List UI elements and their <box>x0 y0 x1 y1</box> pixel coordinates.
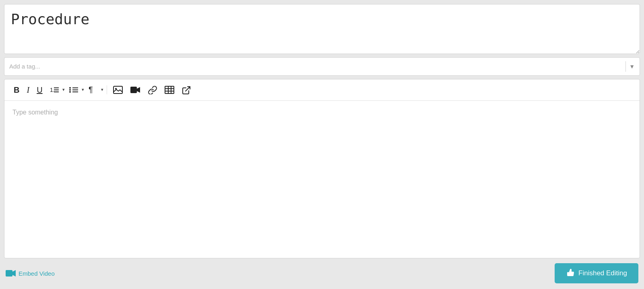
toolbar-separator-1 <box>107 85 107 94</box>
svg-marker-22 <box>12 270 16 277</box>
svg-text:¶: ¶ <box>89 86 93 94</box>
finished-editing-label: Finished Editing <box>578 269 627 277</box>
svg-text:1.: 1. <box>50 87 55 93</box>
thumbs-up-icon <box>566 269 575 278</box>
table-icon <box>165 85 174 94</box>
paragraph-button[interactable]: ¶ <box>86 84 100 96</box>
bottom-bar: Embed Video Finished Editing <box>4 258 640 285</box>
external-link-button[interactable] <box>179 83 194 96</box>
svg-rect-11 <box>114 86 122 94</box>
svg-line-20 <box>186 87 190 91</box>
image-button[interactable] <box>110 83 126 96</box>
ordered-list-button[interactable]: 1. <box>47 84 62 96</box>
external-link-icon <box>182 85 191 94</box>
editor-container: B I U 1. ▾ <box>4 79 640 258</box>
unordered-list-icon <box>69 86 78 94</box>
paragraph-dropdown-icon[interactable]: ▾ <box>101 87 103 92</box>
tag-input[interactable] <box>9 63 625 70</box>
tag-row: ▼ <box>4 57 640 76</box>
editor-toolbar: B I U 1. ▾ <box>4 79 640 101</box>
svg-marker-14 <box>137 87 140 93</box>
tag-divider <box>625 61 626 72</box>
link-button[interactable] <box>145 83 160 96</box>
underline-button[interactable]: U <box>34 84 45 96</box>
embed-video-icon <box>6 269 16 277</box>
bold-button[interactable]: B <box>11 84 22 96</box>
finished-editing-button[interactable]: Finished Editing <box>555 263 638 283</box>
embed-video-label: Embed Video <box>19 270 55 277</box>
editor-placeholder: Type something <box>12 109 58 116</box>
svg-rect-15 <box>165 86 174 94</box>
unordered-list-group: ▾ <box>66 84 84 96</box>
svg-point-4 <box>69 87 71 89</box>
ordered-list-dropdown-icon[interactable]: ▾ <box>62 87 65 92</box>
video-icon <box>130 85 140 94</box>
svg-point-5 <box>69 89 71 91</box>
svg-rect-13 <box>130 87 137 93</box>
paragraph-icon: ¶ <box>89 86 97 94</box>
unordered-list-dropdown-icon[interactable]: ▾ <box>82 87 84 92</box>
procedure-title-input[interactable]: Procedure <box>4 4 640 54</box>
video-button[interactable] <box>127 83 143 96</box>
link-icon <box>148 85 157 94</box>
unordered-list-button[interactable] <box>66 84 81 96</box>
image-icon <box>113 85 123 94</box>
chevron-down-icon[interactable]: ▼ <box>629 63 635 70</box>
svg-rect-21 <box>6 270 12 277</box>
editor-content-area[interactable]: Type something <box>4 101 640 258</box>
embed-video-link[interactable]: Embed Video <box>6 269 55 277</box>
italic-button[interactable]: I <box>24 84 32 96</box>
svg-point-6 <box>69 91 71 93</box>
paragraph-group: ¶ ▾ <box>86 84 103 96</box>
table-button[interactable] <box>162 83 177 96</box>
ordered-list-icon: 1. <box>50 86 59 94</box>
ordered-list-group: 1. ▾ <box>47 84 65 96</box>
